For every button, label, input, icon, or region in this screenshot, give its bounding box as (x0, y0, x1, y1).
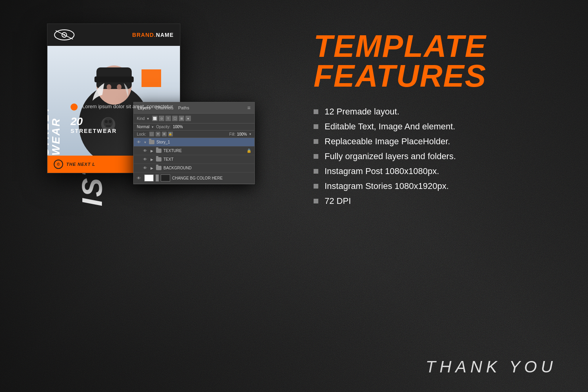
feature-item-3: Replaceable Image PlaceHolder. (314, 136, 557, 147)
layer-eye-text[interactable]: 👁 (143, 158, 149, 162)
feature-bullet-6 (314, 184, 318, 189)
feature-text-7: 72 DPI (325, 196, 351, 206)
layer-name-text: TEXT (163, 157, 251, 162)
year-text: 20 (71, 115, 117, 128)
feature-item-1: 12 Premade layout. (314, 107, 557, 117)
copyright-symbol: © (54, 160, 63, 169)
feature-text-3: Replaceable Image PlaceHolder. (325, 136, 450, 147)
layers-panel: Layers Channels Paths ≡ Kind ▾ ⬜ ⊙ T ☐ ⊞… (133, 102, 255, 184)
left-panel: ISTAGRAM BRAND.NAME (24, 24, 290, 173)
feature-item-2: Editable Text, Image And element. (314, 122, 557, 132)
layers-lock-row: Lock: ⬚ ✦ ⊕ 🔒 Fill: 100% ▾ (134, 131, 254, 138)
fill-dropdown-arrow[interactable]: ▾ (249, 132, 251, 136)
layer-folder-texture (156, 149, 162, 153)
layer-chain-icon (156, 174, 159, 181)
feature-bullet-7 (314, 199, 318, 203)
layer-name-background: BACKGROUND (163, 166, 251, 170)
title-line2: FEATURES (314, 61, 557, 91)
kind-icon-smart[interactable]: ⊞ (179, 116, 184, 121)
feature-bullet-5 (314, 169, 318, 174)
opacity-label: Opacity: (156, 125, 171, 129)
layer-item-text[interactable]: 👁 ▶ TEXT (134, 155, 254, 164)
layer-item-changebg[interactable]: 👁 CHANGE BG COLOR HERE (134, 172, 254, 184)
layers-menu-icon[interactable]: ≡ (247, 105, 250, 111)
feature-text-2: Editable Text, Image And element. (325, 122, 455, 132)
lock-pixels-icon[interactable]: ⬚ (149, 132, 154, 136)
tab-paths[interactable]: Paths (178, 105, 189, 110)
layer-folder-background (156, 166, 162, 170)
blend-mode-value[interactable]: Normal (137, 125, 149, 129)
kind-icon-adjust[interactable]: ⊙ (159, 116, 164, 121)
brand-name: BRAND.NAME (132, 32, 174, 38)
feature-item-4: Fully organized layers and folders. (314, 151, 557, 162)
feature-bullet-3 (314, 139, 318, 144)
feature-text-1: 12 Premade layout. (325, 107, 399, 117)
blend-dropdown-arrow[interactable]: ▾ (152, 125, 154, 129)
fill-label: Fill: (229, 132, 236, 136)
layer-item-background[interactable]: 👁 ▶ BACKGROUND (134, 164, 254, 172)
layer-thumb-changebg-black (161, 174, 170, 181)
lock-artboard-icon[interactable]: ⊕ (162, 132, 167, 136)
feature-bullet-2 (314, 124, 318, 129)
brand-name-orange: BRAND. (132, 32, 156, 38)
template-features-title: TEMPLATE FEATURES (314, 31, 557, 91)
lock-position-icon[interactable]: ✦ (156, 132, 160, 136)
orange-dot (71, 103, 78, 111)
feature-item-6: Instagram Stories 1080x1920px. (314, 181, 557, 191)
layer-expand-texture[interactable]: ▶ (151, 149, 153, 153)
layer-eye-story1[interactable]: 👁 (137, 140, 142, 144)
layer-item-story1[interactable]: 👁 ▾ Story_1 (134, 138, 254, 147)
content-wrapper: ISTAGRAM BRAND.NAME (0, 0, 588, 392)
right-panel: TEMPLATE FEATURES 12 Premade layout. Edi… (290, 24, 557, 206)
bottom-left-info: Lorem ipsum dolor sit amet, consectetur (71, 103, 173, 111)
kind-icon-shape[interactable]: ☐ (172, 116, 178, 121)
layer-folder-text (156, 157, 162, 162)
svg-point-9 (107, 84, 111, 90)
streetwear-bottom-text: STREETWEAR (71, 128, 117, 134)
kind-label: Kind (137, 116, 145, 121)
eye-logo-icon (54, 29, 75, 41)
next-level-text: THE NEXT L (66, 162, 95, 167)
kind-icon-fill[interactable]: ● (185, 116, 191, 121)
feature-text-5: Instagram Post 1080x1080px. (325, 166, 439, 176)
bottom-strip: 20 STREETWEAR (71, 115, 117, 134)
features-list: 12 Premade layout. Editable Text, Image … (314, 107, 557, 206)
layer-expand-story1[interactable]: ▾ (144, 140, 146, 144)
svg-point-10 (117, 84, 122, 90)
layer-folder-story1 (149, 140, 154, 144)
brand-name-white: NAME (156, 32, 174, 38)
layers-kind-icons: ⬜ ⊙ T ☐ ⊞ ● (152, 116, 191, 121)
layer-expand-background[interactable]: ▶ (151, 166, 153, 170)
feature-item-5: Instagram Post 1080x1080px. (314, 166, 557, 176)
feature-text-4: Fully organized layers and folders. (325, 151, 456, 162)
svg-rect-8 (94, 76, 134, 82)
kind-icon-type[interactable]: T (165, 116, 171, 121)
fill-value[interactable]: 100% (237, 132, 247, 136)
layer-name-texture: TEXTURE (163, 149, 245, 153)
title-line1: TEMPLATE (314, 31, 557, 61)
layer-lock-texture[interactable]: 🔒 (247, 149, 251, 153)
layer-eye-texture[interactable]: 👁 (143, 149, 149, 153)
layer-name-changebg: CHANGE BG COLOR HERE (172, 176, 251, 180)
opacity-value[interactable]: 100% (173, 125, 183, 129)
feature-text-6: Instagram Stories 1080x1920px. (325, 181, 449, 191)
layer-eye-background[interactable]: 👁 (143, 166, 149, 170)
feature-item-7: 72 DPI (314, 196, 557, 206)
svg-rect-16 (142, 69, 161, 87)
lock-all-icon[interactable]: 🔒 (168, 132, 173, 136)
layer-eye-changebg[interactable]: 👁 (137, 176, 142, 180)
layers-blend-row: Normal ▾ Opacity: 100% (134, 123, 254, 131)
story-card-header: BRAND.NAME (47, 24, 180, 46)
layers-toolbar: Kind ▾ ⬜ ⊙ T ☐ ⊞ ● (134, 114, 254, 123)
feature-bullet-4 (314, 154, 318, 159)
feature-bullet-1 (314, 109, 318, 114)
kind-dropdown-arrow[interactable]: ▾ (147, 116, 149, 121)
svg-line-3 (56, 31, 73, 39)
layer-thumb-changebg-white (144, 174, 154, 181)
layer-item-texture[interactable]: 👁 ▶ TEXTURE 🔒 (134, 147, 254, 155)
kind-icon-pixel[interactable]: ⬜ (152, 116, 158, 121)
lorem-text: Lorem ipsum dolor sit amet, consectetur (82, 103, 173, 111)
street-wear-vertical-text: STREET WEAR (47, 101, 62, 156)
layer-name-story1: Story_1 (156, 140, 251, 144)
layer-expand-text[interactable]: ▶ (151, 158, 153, 162)
